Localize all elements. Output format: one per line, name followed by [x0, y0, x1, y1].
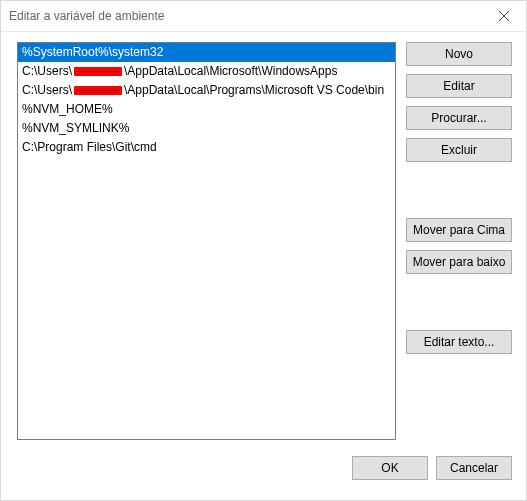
- move-up-button[interactable]: Mover para Cima: [406, 218, 512, 242]
- list-item-text-pre: %NVM_HOME%: [22, 100, 113, 119]
- path-listbox[interactable]: %SystemRoot%\system32C:\Users\\AppData\L…: [17, 42, 396, 440]
- title-bar: Editar a variável de ambiente: [1, 1, 526, 32]
- list-item[interactable]: C:\Users\\AppData\Local\Microsoft\Window…: [18, 62, 395, 81]
- list-item-text-post: \AppData\Local\Programs\Microsoft VS Cod…: [124, 81, 384, 100]
- move-down-button[interactable]: Mover para baixo: [406, 250, 512, 274]
- new-button[interactable]: Novo: [406, 42, 512, 66]
- edit-text-button[interactable]: Editar texto...: [406, 330, 512, 354]
- close-button[interactable]: [482, 1, 526, 31]
- delete-button[interactable]: Excluir: [406, 138, 512, 162]
- edit-button[interactable]: Editar: [406, 74, 512, 98]
- browse-button[interactable]: Procurar...: [406, 106, 512, 130]
- list-item[interactable]: %NVM_HOME%: [18, 100, 395, 119]
- window-title: Editar a variável de ambiente: [9, 9, 164, 23]
- dialog-window: Editar a variável de ambiente %SystemRoo…: [0, 0, 527, 501]
- redacted-username: [74, 67, 122, 76]
- redacted-username: [74, 86, 122, 95]
- list-item[interactable]: C:\Users\\AppData\Local\Programs\Microso…: [18, 81, 395, 100]
- close-icon: [499, 11, 509, 21]
- list-item-text-pre: C:\Users\: [22, 81, 72, 100]
- list-item[interactable]: %SystemRoot%\system32: [18, 43, 395, 62]
- client-area: %SystemRoot%\system32C:\Users\\AppData\L…: [1, 32, 526, 500]
- list-item-text-pre: %NVM_SYMLINK%: [22, 119, 129, 138]
- side-buttons: Novo Editar Procurar... Excluir Mover pa…: [406, 42, 512, 440]
- main-area: %SystemRoot%\system32C:\Users\\AppData\L…: [17, 42, 512, 440]
- list-item[interactable]: C:\Program Files\Git\cmd: [18, 138, 395, 157]
- dialog-footer: OK Cancelar: [17, 440, 512, 488]
- list-item-text-pre: C:\Program Files\Git\cmd: [22, 138, 157, 157]
- list-item-text-pre: %SystemRoot%\system32: [22, 43, 163, 62]
- list-item-text-pre: C:\Users\: [22, 62, 72, 81]
- list-item[interactable]: %NVM_SYMLINK%: [18, 119, 395, 138]
- list-item-text-post: \AppData\Local\Microsoft\WindowsApps: [124, 62, 337, 81]
- cancel-button[interactable]: Cancelar: [436, 456, 512, 480]
- ok-button[interactable]: OK: [352, 456, 428, 480]
